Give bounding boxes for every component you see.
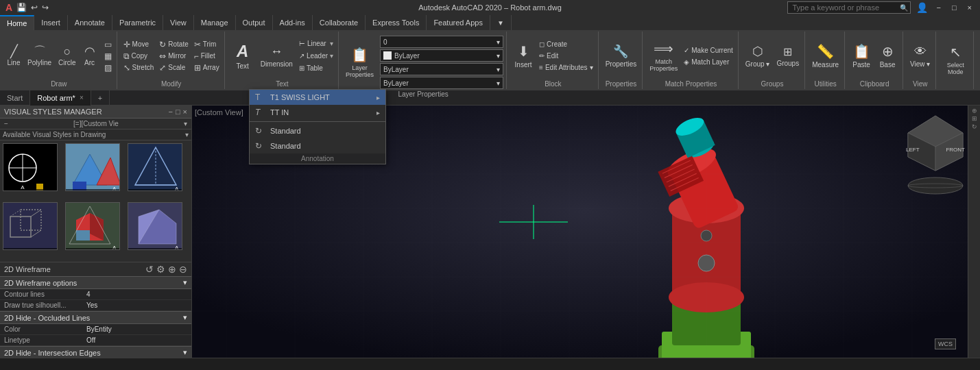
rectangle-button[interactable]: ▭	[102, 39, 114, 50]
vs-realistic[interactable]: A	[65, 202, 120, 250]
standard-style-2-item[interactable]: ↻ Standard	[250, 138, 385, 153]
vs-wireframe-blue[interactable]: A	[128, 143, 182, 191]
match-properties-button[interactable]: ⟹ MatchProperties	[647, 38, 680, 74]
minimize-button[interactable]: −	[933, 3, 943, 12]
tab-collaborate[interactable]: Collaborate	[313, 15, 366, 30]
tab-extras[interactable]: ▼	[490, 15, 512, 30]
stretch-button[interactable]: ⤡ Stretch	[121, 62, 156, 73]
tab-addins[interactable]: Add-ins	[273, 15, 313, 30]
pan-tool[interactable]: ⊕	[971, 108, 978, 114]
dimension-button[interactable]: ↔ Dimension	[258, 38, 296, 74]
paste-button[interactable]: 📋 Paste	[849, 38, 874, 74]
make-current-icon: ✓	[684, 47, 689, 54]
new-tab-button[interactable]: +	[91, 90, 110, 106]
font-swiss-light-item[interactable]: T T1 SWISS LIGHT ▸	[250, 90, 385, 105]
vs-conceptual[interactable]: A	[65, 143, 120, 191]
vsm-close[interactable]: ×	[183, 108, 187, 116]
vsm-zoom-out-icon[interactable]: ⊖	[179, 264, 187, 275]
linetype-selector[interactable]: ByLayer ▾	[380, 63, 503, 75]
cube-front-label[interactable]: FRONT	[946, 147, 965, 153]
wireframe-options-section[interactable]: 2D Wireframe options ▾	[0, 276, 191, 289]
group-button[interactable]: ⬡ Group ▾	[743, 38, 773, 74]
view-button[interactable]: 👁 View ▾	[907, 38, 933, 74]
ribbon-group-modify: ✛ Move ⧉ Copy ⤡ Stretch ↻ Rotate ⇔	[119, 32, 225, 89]
svg-rect-25	[76, 230, 90, 241]
polyline-button[interactable]: ⌒ Polyline	[25, 38, 54, 74]
line-button[interactable]: ╱ Line	[4, 38, 23, 74]
text-button[interactable]: A Text	[229, 38, 256, 74]
font-tt-in-item[interactable]: T TT IN ▸	[250, 105, 385, 120]
quick-access-undo[interactable]: ↩	[31, 3, 38, 12]
visual-styles-grid: A A	[0, 140, 191, 262]
create-block-button[interactable]: ◻ Create	[537, 39, 595, 50]
groups-panel-button[interactable]: ⊞ Groups	[774, 38, 802, 74]
copy-button[interactable]: ⧉ Copy	[121, 51, 156, 62]
table-button[interactable]: ⊞ Table	[297, 63, 335, 74]
tab-home[interactable]: Home	[0, 15, 34, 30]
orbit-tool[interactable]: ↻	[972, 123, 977, 130]
vs-2d-wireframe[interactable]: A	[3, 143, 58, 191]
tab-view[interactable]: View	[163, 15, 194, 30]
mirror-button[interactable]: ⇔ Mirror	[157, 51, 190, 62]
hatch-icon: ▦	[104, 51, 112, 61]
vsm-zoom-in-icon[interactable]: ⊕	[168, 264, 176, 275]
gradient-button[interactable]: ▨	[102, 62, 114, 73]
vs-shaded[interactable]: A	[128, 202, 182, 250]
edit-block-button[interactable]: ✏ Edit	[537, 51, 595, 62]
fillet-button[interactable]: ⌐ Fillet	[192, 51, 222, 62]
tab-robot-arm[interactable]: Robot arm* ×	[30, 90, 91, 106]
array-button[interactable]: ⊞ Array	[192, 62, 222, 73]
arc-button[interactable]: ◠ Arc	[80, 38, 99, 74]
tab-annotate[interactable]: Annotate	[68, 15, 112, 30]
draw-silhouette-row: Draw true silhouell... Yes	[0, 300, 191, 311]
expand-styles-button[interactable]: ▾	[185, 131, 189, 138]
linear-button[interactable]: ⊢ Linear ▾	[297, 38, 335, 49]
wcs-label[interactable]: WCS	[935, 338, 956, 349]
draw-group-label: Draw	[4, 79, 114, 88]
cube-left-label[interactable]: LEFT	[906, 147, 920, 153]
vs-hidden[interactable]	[3, 202, 58, 250]
quick-access-redo[interactable]: ↪	[42, 3, 49, 12]
search-input[interactable]	[787, 1, 911, 14]
maximize-button[interactable]: □	[949, 3, 959, 12]
vsm-restore[interactable]: □	[176, 108, 180, 116]
tab-start[interactable]: Start	[0, 90, 30, 106]
vsm-settings-icon[interactable]: ⚙	[156, 264, 165, 275]
measure-button[interactable]: 📏 Measure	[809, 38, 841, 74]
zoom-tool[interactable]: ⊞	[972, 115, 977, 122]
match-layer-button[interactable]: ◈ Match Layer	[682, 56, 735, 67]
standard-style-1-item[interactable]: ↻ Standard	[250, 123, 385, 138]
edit-attributes-button[interactable]: ≡ Edit Attributes ▾	[537, 62, 595, 73]
leader-button[interactable]: ↗ Leader ▾	[297, 51, 335, 62]
make-current-button[interactable]: ✓ Make Current	[682, 45, 735, 56]
vsm-minimize[interactable]: −	[168, 108, 172, 116]
tab-output[interactable]: Output	[236, 15, 273, 30]
vsm-refresh-icon[interactable]: ↺	[145, 264, 154, 275]
select-mode-button[interactable]: ↖ SelectMode	[940, 42, 970, 77]
user-icon[interactable]: 👤	[916, 2, 928, 13]
scale-button[interactable]: ⤢ Scale	[157, 62, 190, 73]
lineweight-selector[interactable]: ByLayer ▾	[380, 77, 503, 89]
tab-insert[interactable]: Insert	[34, 15, 68, 30]
tab-featured-apps[interactable]: Featured Apps	[427, 15, 490, 30]
circle-button[interactable]: ○ Circle	[56, 38, 79, 74]
tab-express-tools[interactable]: Express Tools	[366, 15, 427, 30]
close-tab-robot-arm[interactable]: ×	[80, 94, 84, 101]
tab-manage[interactable]: Manage	[194, 15, 236, 30]
move-button[interactable]: ✛ Move	[121, 39, 156, 50]
insert-button[interactable]: ⬇ Insert	[511, 38, 536, 74]
hatch-button[interactable]: ▦	[102, 51, 114, 62]
tab-parametric[interactable]: Parametric	[112, 15, 163, 30]
main-area: VISUAL STYLES MANAGER − □ × − [=][Custom…	[0, 106, 980, 370]
rotate-button[interactable]: ↻ Rotate	[157, 39, 190, 50]
base-button[interactable]: ⊕ Base	[875, 38, 900, 74]
color-selector[interactable]: ByLayer ▾	[380, 49, 503, 62]
hide-occluded-section[interactable]: 2D Hide - Occluded Lines ▾	[0, 311, 191, 324]
close-button[interactable]: ×	[965, 3, 975, 12]
layer-properties-button[interactable]: 📋 LayerProperties	[343, 45, 377, 80]
quick-access-save[interactable]: 💾	[16, 3, 27, 12]
trim-button[interactable]: ✂ Trim	[192, 39, 222, 50]
properties-button[interactable]: 🔧 Properties	[603, 38, 640, 74]
measure-icon: 📏	[817, 43, 834, 60]
layer-selector[interactable]: 0 ▾	[380, 36, 503, 48]
